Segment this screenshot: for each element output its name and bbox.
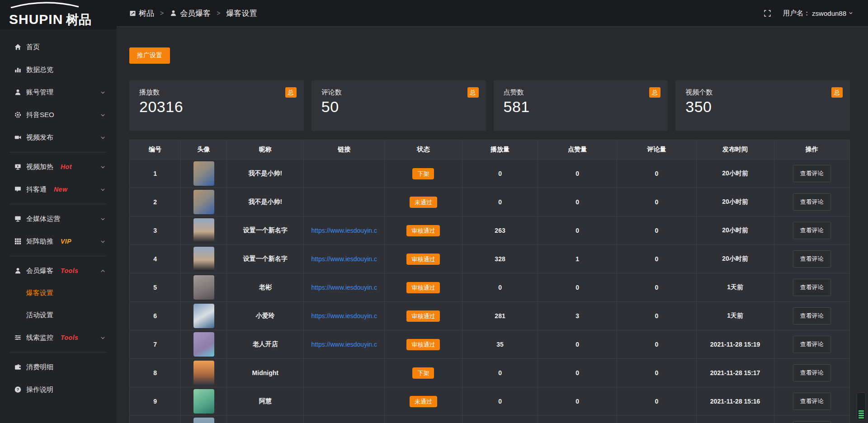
- breadcrumb-item-member-baoke[interactable]: 会员爆客: [170, 8, 211, 19]
- sidebar-item-label: 数据总览: [26, 66, 53, 74]
- view-comments-button[interactable]: 查看评论: [793, 250, 831, 268]
- column-header-action: 操作: [774, 140, 849, 160]
- sidebar-item-douyin-seo[interactable]: 抖音SEO: [0, 103, 117, 126]
- sidebar-item-data-overview[interactable]: 数据总览: [0, 58, 117, 81]
- stat-card-value: 50: [321, 98, 476, 116]
- video-link[interactable]: https://www.iesdouyin.c: [311, 255, 377, 263]
- sliders-icon: [14, 334, 22, 341]
- view-comments-button[interactable]: 查看评论: [793, 421, 831, 423]
- sidebar-item-video-heat[interactable]: 视频加热Hot: [0, 155, 117, 178]
- cell-status: 未通过: [384, 188, 462, 216]
- cell-status: 未通过: [384, 387, 462, 416]
- cell-nickname: 小爱玲: [227, 302, 304, 330]
- chevron-down-icon: [848, 10, 854, 16]
- sidebar-item-expense-detail[interactable]: 消费明细: [0, 356, 117, 378]
- cell-plays: 328: [462, 245, 538, 273]
- sidebar-item-douketong[interactable]: 抖客通New: [0, 178, 117, 201]
- sidebar-item-badge: VIP: [61, 238, 71, 245]
- cell-time: 2021-11-28 15:16: [696, 387, 774, 416]
- sidebar-item-home[interactable]: 首页: [0, 36, 117, 58]
- breadcrumb-item-shupin[interactable]: 树品: [129, 8, 154, 19]
- stat-card-total-badge: 总: [649, 87, 660, 98]
- chat-icon: [14, 186, 22, 193]
- cell-avatar: [181, 302, 227, 330]
- breadcrumb-item-baoke-settings[interactable]: 爆客设置: [226, 8, 257, 19]
- cell-nickname: 老人开店: [227, 330, 304, 359]
- chevron-down-icon: [100, 164, 106, 170]
- sidebar-item-video-publish[interactable]: 视频发布: [0, 126, 117, 149]
- scroll-indicator[interactable]: [857, 392, 866, 420]
- column-header-nickname: 昵称: [227, 140, 304, 160]
- cell-likes: 1: [538, 245, 617, 273]
- view-comments-button[interactable]: 查看评论: [793, 279, 831, 296]
- topbar: 树品>会员爆客>爆客设置 用户名：zswodun88: [117, 0, 868, 27]
- breadcrumb: 树品>会员爆客>爆客设置: [129, 8, 257, 19]
- sidebar-item-label: 视频发布: [26, 133, 53, 142]
- view-comments-button[interactable]: 查看评论: [793, 222, 831, 239]
- cell-comments: 0: [617, 160, 696, 188]
- fullscreen-icon[interactable]: [764, 9, 771, 17]
- cell-time: 1天前: [696, 302, 774, 330]
- cell-comments: 0: [617, 330, 696, 359]
- status-badge: 审核通过: [406, 282, 440, 293]
- sidebar-item-clue-monitor[interactable]: 线索监控Tools: [0, 326, 117, 349]
- cell-likes: 0: [538, 216, 617, 245]
- submenu-item-baoke-settings[interactable]: 爆客设置: [0, 282, 117, 304]
- stat-card-value: 350: [685, 98, 840, 116]
- sidebar-item-member-baoke[interactable]: 会员爆客Tools: [0, 259, 117, 282]
- avatar: [193, 389, 214, 414]
- view-comments-button[interactable]: 查看评论: [793, 165, 831, 182]
- cell-action: 查看评论: [774, 416, 849, 423]
- video-link[interactable]: https://www.iesdouyin.c: [311, 341, 377, 348]
- cell-nickname: 我不是小帅!: [227, 188, 304, 216]
- cell-likes: 0: [538, 188, 617, 216]
- video-link[interactable]: https://www.iesdouyin.c: [311, 284, 377, 291]
- cell-avatar: [181, 216, 227, 245]
- cell-link: https://www.iesdouyin.c: [304, 216, 384, 245]
- scroll-indicator-stripe: [859, 417, 864, 418]
- view-comments-button[interactable]: 查看评论: [793, 393, 831, 410]
- cell-id: 2: [130, 188, 181, 216]
- status-badge: 审核通过: [406, 310, 440, 322]
- video-link[interactable]: https://www.iesdouyin.c: [311, 312, 377, 320]
- stat-card-value: 581: [504, 98, 658, 116]
- user-menu[interactable]: 用户名：zswodun88: [783, 9, 854, 18]
- user-icon: [170, 9, 177, 17]
- cell-plays: 263: [462, 216, 538, 245]
- breadcrumb-label: 爆客设置: [226, 8, 257, 19]
- cell-action: 查看评论: [774, 330, 849, 359]
- cell-plays: 0: [462, 359, 538, 387]
- stat-card-value: 20316: [139, 98, 294, 116]
- cell-link: [304, 416, 384, 423]
- table-row: 5老彬https://www.iesdouyin.c审核通过0001天前查看评论: [130, 273, 850, 302]
- app-root: SHUPIN 树品 首页数据总览账号管理抖音SEO视频发布视频加热Hot抖客通N…: [0, 0, 868, 423]
- promo-settings-button[interactable]: 推广设置: [129, 47, 170, 64]
- sidebar-item-matrix-boost[interactable]: 矩阵助推VIP: [0, 230, 117, 253]
- member-icon: [14, 267, 22, 274]
- view-comments-button[interactable]: 查看评论: [793, 193, 831, 211]
- cell-link: [304, 160, 384, 188]
- cell-avatar: [181, 188, 227, 216]
- cell-plays: 281: [462, 302, 538, 330]
- video-link[interactable]: https://www.iesdouyin.c: [311, 227, 377, 234]
- scroll-indicator-stripe: [859, 410, 864, 412]
- cell-avatar: [181, 245, 227, 273]
- table-row: 2我不是小帅!未通过00020小时前查看评论: [130, 188, 850, 216]
- sidebar-item-media-operation[interactable]: 全媒体运营: [0, 207, 117, 230]
- submenu-item-activity-settings[interactable]: 活动设置: [0, 304, 117, 326]
- cell-action: 查看评论: [774, 387, 849, 416]
- view-comments-button[interactable]: 查看评论: [793, 336, 831, 353]
- sidebar-item-operation-guide[interactable]: ?操作说明: [0, 378, 117, 401]
- sidebar-item-label: 线索监控: [26, 334, 53, 342]
- cell-action: 查看评论: [774, 245, 849, 273]
- gear-icon: [14, 111, 22, 118]
- sidebar-item-label: 矩阵助推: [26, 237, 53, 246]
- stat-card-total-badge: 总: [831, 87, 843, 98]
- stat-card-label: 点赞数: [504, 88, 658, 97]
- sidebar-item-label: 视频加热: [26, 163, 53, 171]
- sidebar-item-account-management[interactable]: 账号管理: [0, 81, 117, 103]
- cell-nickname: 设置一个新名字: [227, 245, 304, 273]
- cell-action: 查看评论: [774, 273, 849, 302]
- view-comments-button[interactable]: 查看评论: [793, 307, 831, 324]
- view-comments-button[interactable]: 查看评论: [793, 364, 831, 381]
